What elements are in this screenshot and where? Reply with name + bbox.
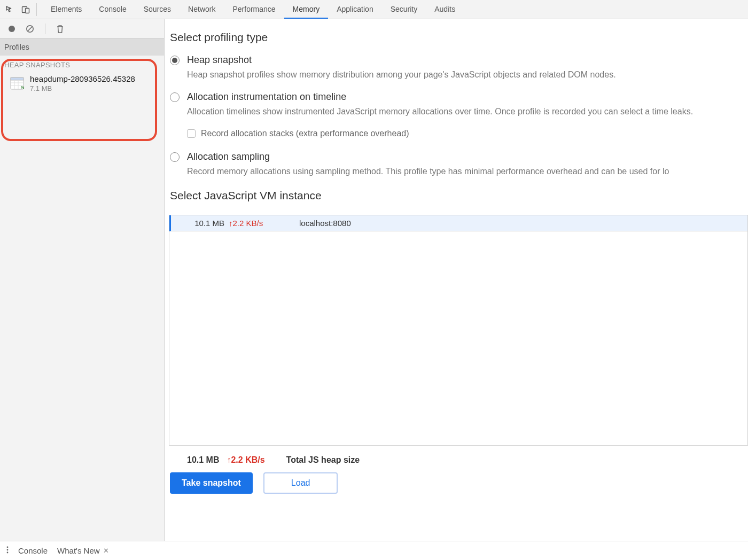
- topbar-icon-group: [5, 3, 37, 16]
- tab-security[interactable]: Security: [382, 0, 426, 19]
- toolbar-divider: [45, 24, 45, 34]
- inspect-icon[interactable]: [5, 5, 14, 14]
- profiles-sidebar: Profiles HEAP SNAPSHOTS % heapdump-28093…: [0, 19, 165, 541]
- option-allocation-timeline[interactable]: Allocation instrumentation on timeline: [165, 89, 748, 104]
- tab-application[interactable]: Application: [328, 0, 382, 19]
- drawer-tab-whatsnew[interactable]: What's New ✕: [57, 546, 109, 555]
- arrow-up-icon: ↑: [229, 219, 233, 228]
- option-desc: Allocation timelines show instrumented J…: [165, 104, 748, 126]
- vm-origin: localhost:8080: [278, 219, 351, 228]
- sidebar-toolbar: [0, 19, 164, 38]
- radio-icon[interactable]: [170, 92, 180, 102]
- profiling-type-title: Select profiling type: [165, 31, 748, 44]
- option-label: Allocation sampling: [187, 151, 270, 162]
- drawer-tab-console[interactable]: Console: [18, 546, 48, 555]
- main-pane: Profiles HEAP SNAPSHOTS % heapdump-28093…: [0, 19, 748, 541]
- option-allocation-sampling[interactable]: Allocation sampling: [165, 149, 748, 164]
- total-size: 10.1 MB: [187, 455, 219, 465]
- drawer-tabbar: Console What's New ✕: [0, 541, 748, 560]
- main-tabs: Elements Console Sources Network Perform…: [42, 0, 464, 19]
- heap-size-summary: 10.1 MB ↑2.2 KB/s Total JS heap size: [165, 446, 748, 472]
- checkbox-icon[interactable]: [187, 129, 196, 138]
- vm-instance-row[interactable]: 10.1 MB ↑2.2 KB/s localhost:8080: [169, 215, 747, 231]
- close-icon[interactable]: ✕: [103, 547, 109, 555]
- total-label: Total JS heap size: [286, 455, 360, 465]
- snapshot-name: heapdump-280936526.45328: [30, 74, 135, 83]
- radio-icon[interactable]: [170, 56, 180, 65]
- tab-console[interactable]: Console: [90, 0, 135, 19]
- memory-panel: Select profiling type Heap snapshot Heap…: [165, 19, 748, 541]
- drawer-tab-label: What's New: [57, 546, 100, 555]
- svg-text:%: %: [21, 85, 25, 89]
- vm-instance-list: 10.1 MB ↑2.2 KB/s localhost:8080: [169, 215, 748, 446]
- tab-network[interactable]: Network: [180, 0, 224, 19]
- tab-elements[interactable]: Elements: [42, 0, 90, 19]
- svg-line-4: [28, 27, 32, 31]
- record-icon[interactable]: [7, 25, 16, 33]
- load-button[interactable]: Load: [263, 472, 338, 494]
- take-snapshot-button[interactable]: Take snapshot: [170, 472, 253, 494]
- option-desc: Heap snapshot profiles show memory distr…: [165, 67, 748, 89]
- snapshot-text: heapdump-280936526.45328 7.1 MB: [30, 74, 135, 92]
- total-rate: ↑2.2 KB/s: [227, 455, 264, 465]
- tab-sources[interactable]: Sources: [135, 0, 180, 19]
- snapshot-item[interactable]: % heapdump-280936526.45328 7.1 MB: [0, 72, 164, 95]
- devtools-tabbar: Elements Console Sources Network Perform…: [0, 0, 748, 19]
- vm-size: 10.1 MB: [182, 219, 224, 228]
- vm-rate: ↑2.2 KB/s: [224, 219, 278, 228]
- option-label: Allocation instrumentation on timeline: [187, 91, 346, 103]
- drawer-menu-icon[interactable]: [6, 546, 9, 556]
- action-buttons: Take snapshot Load: [165, 472, 748, 494]
- svg-rect-6: [11, 77, 24, 80]
- svg-point-2: [9, 26, 15, 32]
- heap-snapshots-header: HEAP SNAPSHOTS: [0, 56, 164, 72]
- checkbox-label: Record allocation stacks (extra performa…: [201, 129, 409, 138]
- clear-icon[interactable]: [26, 25, 34, 33]
- record-stacks-checkbox-row[interactable]: Record allocation stacks (extra performa…: [165, 126, 748, 149]
- profiles-header: Profiles: [0, 38, 164, 56]
- option-desc: Record memory allocations using sampling…: [165, 164, 748, 186]
- option-heap-snapshot[interactable]: Heap snapshot: [165, 52, 748, 67]
- radio-icon[interactable]: [170, 152, 180, 162]
- tab-memory[interactable]: Memory: [284, 0, 329, 19]
- snapshot-size: 7.1 MB: [30, 84, 135, 92]
- device-toggle-icon[interactable]: [21, 5, 30, 14]
- tab-audits[interactable]: Audits: [426, 0, 464, 19]
- option-label: Heap snapshot: [187, 55, 252, 66]
- svg-point-13: [7, 549, 9, 551]
- vm-instance-title: Select JavaScript VM instance: [165, 189, 748, 202]
- svg-point-14: [7, 552, 9, 554]
- delete-icon[interactable]: [56, 25, 64, 33]
- heap-snapshot-icon: %: [10, 76, 25, 91]
- svg-rect-1: [26, 8, 29, 13]
- tab-performance[interactable]: Performance: [224, 0, 284, 19]
- svg-point-12: [7, 547, 9, 548]
